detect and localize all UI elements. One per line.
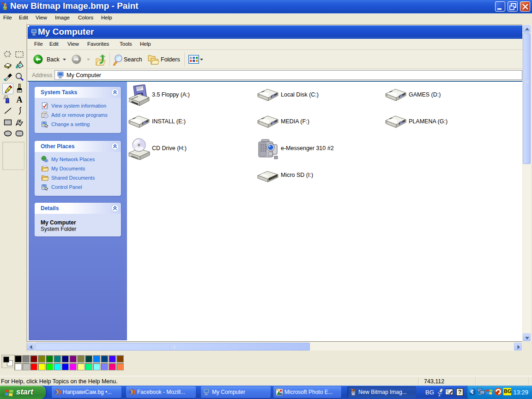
svg-text:A: A: [17, 95, 23, 104]
